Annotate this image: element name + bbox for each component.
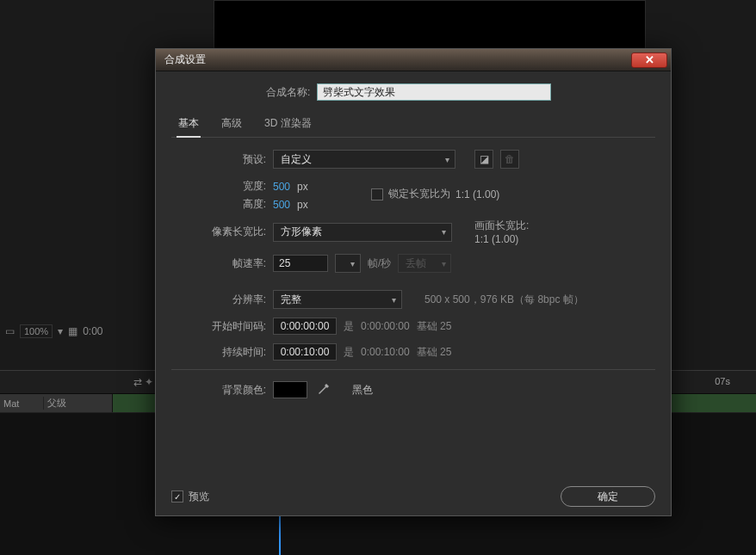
duration-base-text: 基础 25	[417, 345, 452, 360]
composition-name-label: 合成名称:	[266, 85, 310, 100]
dropframe-dropdown: 丢帧	[398, 254, 451, 273]
background-color-name: 黑色	[352, 383, 373, 398]
tab-advanced[interactable]: 高级	[220, 113, 244, 137]
start-base-text: 基础 25	[417, 319, 452, 334]
preset-value: 自定义	[281, 152, 312, 167]
preset-row: 预设: 自定义 ◪ 🗑	[199, 150, 655, 169]
pixel-aspect-label: 像素长宽比:	[171, 225, 266, 239]
zoom-display[interactable]: 100%	[20, 324, 53, 338]
duration-tc-text: 0:00:10:00	[361, 346, 410, 358]
preview-label: 预览	[189, 490, 209, 504]
column-header-mat[interactable]: Mat	[0, 398, 43, 409]
resolution-label: 分辨率:	[185, 293, 266, 307]
background-color-row: 背景颜色: 黑色	[185, 380, 655, 399]
tab-3d-renderer[interactable]: 3D 渲染器	[263, 113, 313, 137]
composition-settings-dialog: 合成设置 ✕ 合成名称: 基本 高级 3D 渲染器 预设: 自定义 ◪	[155, 48, 672, 516]
lock-aspect-ratio: 1:1 (1.00)	[455, 188, 499, 200]
start-is-text: 是	[344, 319, 354, 334]
eyedropper-button[interactable]	[314, 380, 333, 399]
start-timecode-input[interactable]: 0:00:00:00	[273, 318, 337, 335]
dialog-titlebar[interactable]: 合成设置 ✕	[156, 49, 671, 71]
pixel-aspect-dropdown[interactable]: 方形像素	[273, 223, 452, 242]
frame-aspect-value: 1:1 (1.00)	[474, 233, 529, 245]
column-header-parent[interactable]: 父级	[43, 397, 112, 410]
duration-label: 持续时间:	[185, 345, 266, 360]
dialog-body: 合成名称: 基本 高级 3D 渲染器 预设: 自定义 ◪ 🗑	[156, 71, 671, 420]
composition-name-row: 合成名称:	[171, 83, 655, 101]
framerate-label: 帧速率:	[185, 256, 266, 271]
viewer-toolbar: ▭ 100% ▾ ▦ 0:00	[0, 318, 155, 344]
dialog-title: 合成设置	[156, 52, 206, 67]
duration-row: 持续时间: 0:00:10:00 是 0:00:10:00 基础 25	[185, 343, 655, 361]
close-icon: ✕	[645, 53, 654, 66]
start-tc-text: 0:00:00:00	[361, 320, 410, 332]
timeline-tools[interactable]: ⇄ ✦	[133, 376, 153, 388]
width-value[interactable]: 500	[273, 181, 290, 193]
timeline-time-marker: 07s	[715, 376, 730, 386]
resolution-row: 分辨率: 完整 500 x 500，976 KB（每 8bpc 帧）	[185, 290, 655, 309]
height-label: 高度:	[199, 197, 266, 212]
framerate-input[interactable]: 25	[273, 255, 328, 272]
pixel-aspect-value: 方形像素	[281, 225, 322, 239]
duration-input[interactable]: 0:00:10:00	[273, 343, 337, 361]
resolution-value: 完整	[281, 293, 301, 307]
lock-aspect-label: 锁定长宽比为	[388, 187, 450, 201]
frame-aspect-block: 画面长宽比: 1:1 (1.00)	[474, 219, 529, 245]
playhead-indicator[interactable]	[279, 515, 281, 555]
height-unit: px	[297, 199, 308, 211]
dialog-footer: ✓ 预览 确定	[156, 478, 671, 515]
start-timecode-label: 开始时间码:	[185, 319, 266, 334]
preview-checkbox[interactable]: ✓	[171, 490, 183, 503]
height-value[interactable]: 500	[273, 199, 290, 211]
monitor-icon: ▭	[5, 325, 15, 337]
save-preset-icon: ◪	[480, 153, 489, 165]
tabs: 基本 高级 3D 渲染器	[171, 113, 655, 138]
resolution-dropdown[interactable]: 完整	[273, 290, 402, 309]
resolution-info: 500 x 500，976 KB（每 8bpc 帧）	[424, 293, 584, 307]
start-timecode-row: 开始时间码: 0:00:00:00 是 0:00:00:00 基础 25	[185, 318, 655, 335]
preview-toggle[interactable]: ✓ 预览	[171, 490, 209, 504]
height-row: 高度: 500 px 锁定长宽比为 1:1 (1.00)	[199, 197, 655, 212]
framerate-stepper[interactable]	[335, 254, 361, 273]
tab-basic[interactable]: 基本	[177, 113, 201, 138]
close-button[interactable]: ✕	[631, 52, 667, 68]
ok-button[interactable]: 确定	[561, 486, 655, 507]
preset-label: 预设:	[199, 152, 266, 167]
eyedropper-icon	[318, 384, 330, 396]
save-preset-button[interactable]: ◪	[474, 150, 493, 169]
timecode-display[interactable]: 0:00	[83, 325, 102, 337]
dropdown-icon[interactable]: ▾	[58, 325, 63, 337]
width-label: 宽度:	[199, 179, 266, 194]
framerate-row: 帧速率: 25 帧/秒 丢帧	[185, 254, 655, 273]
background-color-swatch[interactable]	[273, 381, 307, 398]
background-color-label: 背景颜色:	[185, 383, 266, 398]
dropframe-value: 丢帧	[406, 256, 426, 271]
preset-dropdown[interactable]: 自定义	[273, 150, 455, 169]
width-unit: px	[297, 181, 308, 193]
trash-icon: 🗑	[505, 153, 515, 165]
grid-icon[interactable]: ▦	[68, 325, 77, 337]
duration-is-text: 是	[344, 345, 354, 360]
lock-aspect-checkbox[interactable]	[371, 188, 383, 200]
framerate-unit: 帧/秒	[368, 256, 391, 271]
composition-name-input[interactable]	[317, 83, 551, 101]
divider	[171, 369, 655, 370]
frame-aspect-label: 画面长宽比:	[474, 219, 529, 233]
ok-label: 确定	[598, 490, 618, 504]
pixel-aspect-row: 像素长宽比: 方形像素 画面长宽比: 1:1 (1.00)	[171, 219, 655, 245]
viewer-panel	[214, 0, 646, 52]
delete-preset-button: 🗑	[500, 150, 519, 169]
